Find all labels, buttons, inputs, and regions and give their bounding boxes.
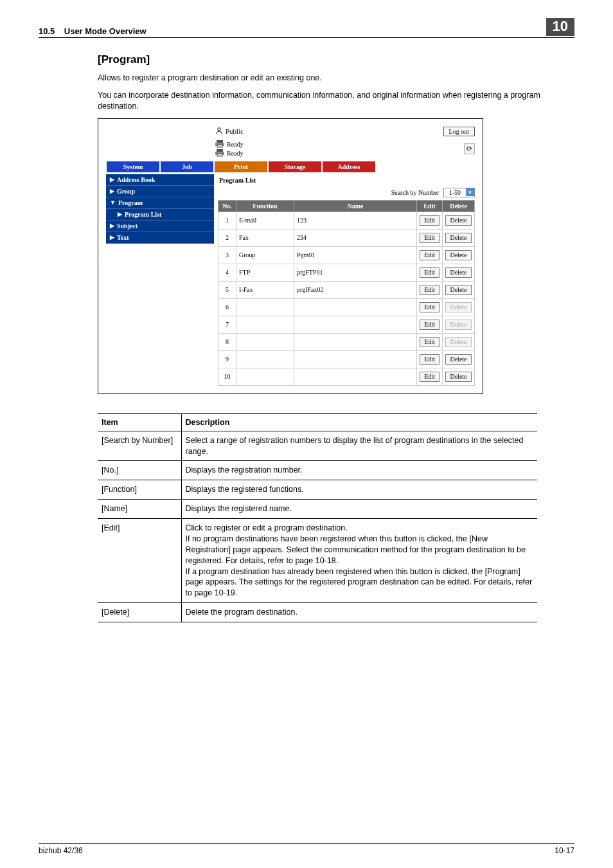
sidebar-label: Group [117, 188, 135, 195]
cell-name: prgFTP01 [294, 264, 417, 281]
cell-func: Group [236, 246, 294, 264]
delete-button: Delete [445, 320, 471, 330]
edit-button[interactable]: Edit [420, 302, 440, 312]
logout-button[interactable]: Log out [443, 127, 475, 136]
table-row: 7EditDelete [218, 316, 475, 333]
desc-text: Displays the registration number. [181, 461, 537, 480]
printer-icon [215, 149, 224, 158]
chapter-number: 10 [546, 18, 574, 36]
program-table: No. Function Name Edit Delete 1E-mail123… [218, 200, 475, 386]
user-icon [215, 127, 223, 136]
desc-item: [Name] [98, 500, 181, 519]
desc-text: Click to register or edit a program dest… [181, 519, 537, 603]
edit-button[interactable]: Edit [420, 233, 440, 243]
table-row: 4FTPprgFTP01EditDelete [218, 264, 475, 281]
cell-name [294, 368, 417, 385]
sidebar-label: Program List [125, 211, 161, 218]
dropdown-value: 1-50 [444, 188, 466, 197]
edit-button[interactable]: Edit [420, 320, 440, 330]
sidebar-program-list[interactable]: ▶Program List [106, 209, 214, 221]
delete-button: Delete [445, 302, 471, 312]
desc-text: Displays the registered functions. [181, 480, 537, 500]
svg-rect-1 [217, 140, 223, 143]
col-no: No. [218, 200, 236, 212]
delete-button[interactable]: Delete [445, 215, 471, 226]
cell-name: Pgm01 [294, 246, 417, 264]
delete-button: Delete [445, 337, 471, 347]
section-number: 10.5 [39, 26, 55, 36]
desc-item: [Function] [98, 480, 181, 500]
svg-rect-4 [217, 149, 223, 152]
table-row: 2Fax234EditDelete [218, 229, 475, 246]
delete-button[interactable]: Delete [445, 354, 471, 365]
desc-row: [Edit]Click to register or edit a progra… [98, 519, 537, 603]
sidebar-group[interactable]: ▶Group [106, 186, 214, 197]
sidebar-label: Address Book [117, 176, 155, 183]
intro-paragraph-1: Allows to register a program destination… [98, 73, 574, 84]
desc-text: Displays the registered name. [181, 500, 537, 519]
table-row: 6EditDelete [218, 298, 475, 316]
chevron-down-icon: ▾ [466, 188, 474, 196]
delete-button[interactable]: Delete [445, 285, 471, 295]
delete-button[interactable]: Delete [445, 250, 471, 260]
sidebar-subject[interactable]: ▶Subject [106, 221, 214, 232]
cell-func [236, 368, 294, 385]
cell-func [236, 350, 294, 368]
col-func: Function [236, 200, 294, 212]
cell-name [294, 333, 417, 350]
cell-no: 6 [218, 298, 236, 316]
sidebar-text[interactable]: ▶Text [106, 232, 214, 244]
status-text-2: Ready [227, 150, 244, 157]
desc-row: [Search by Number]Select a range of regi… [98, 431, 537, 461]
cell-no: 1 [218, 212, 236, 229]
desc-row: [Function]Displays the registered functi… [98, 480, 537, 500]
user-label: Public [226, 127, 244, 135]
edit-button[interactable]: Edit [420, 354, 440, 365]
edit-button[interactable]: Edit [420, 337, 440, 347]
edit-button[interactable]: Edit [420, 285, 440, 295]
col-name: Name [294, 200, 417, 212]
edit-button[interactable]: Edit [420, 372, 440, 382]
cell-name [294, 350, 417, 368]
desc-text: Delete the program destination. [181, 603, 537, 622]
delete-button[interactable]: Delete [445, 372, 471, 382]
search-label: Search by Number [391, 189, 440, 196]
footer-left: bizhub 42/36 [39, 846, 83, 855]
tab-address[interactable]: Address [322, 161, 376, 173]
cell-func: I-Fax [236, 281, 294, 298]
cell-no: 7 [218, 316, 236, 333]
printer-icon [215, 140, 224, 149]
edit-button[interactable]: Edit [420, 215, 440, 226]
edit-button[interactable]: Edit [420, 267, 440, 278]
search-range-dropdown[interactable]: 1-50 ▾ [443, 188, 475, 197]
cell-func: E-mail [236, 212, 294, 229]
tab-storage[interactable]: Storage [268, 161, 322, 173]
desc-item: [Search by Number] [98, 431, 181, 461]
edit-button[interactable]: Edit [420, 250, 440, 260]
col-delete: Delete [443, 200, 475, 212]
cell-func: Fax [236, 229, 294, 246]
tab-system[interactable]: System [106, 161, 160, 173]
table-row: 3GroupPgm01EditDelete [218, 246, 475, 264]
desc-item: [Delete] [98, 603, 181, 622]
table-row: 10EditDelete [218, 368, 475, 385]
cell-name: 123 [294, 212, 417, 229]
footer-right: 10-17 [555, 846, 574, 855]
tab-job[interactable]: Job [160, 161, 214, 173]
sidebar-label: Program [118, 199, 143, 206]
list-title: Program List [219, 177, 475, 184]
sidebar-label: Text [117, 234, 129, 241]
sidebar-program[interactable]: ▼Program [106, 197, 214, 209]
desc-row: [Delete]Delete the program destination. [98, 603, 537, 622]
delete-button[interactable]: Delete [445, 233, 471, 243]
cell-func: FTP [236, 264, 294, 281]
tab-print[interactable]: Print [214, 161, 268, 173]
cell-no: 3 [218, 246, 236, 264]
status-text-1: Ready [227, 141, 244, 148]
sidebar-address-book[interactable]: ▶Address Book [106, 174, 214, 186]
refresh-icon[interactable]: ⟳ [464, 143, 475, 154]
cell-name [294, 316, 417, 333]
delete-button[interactable]: Delete [445, 267, 471, 278]
cell-no: 9 [218, 350, 236, 368]
desc-item: [Edit] [98, 519, 181, 603]
